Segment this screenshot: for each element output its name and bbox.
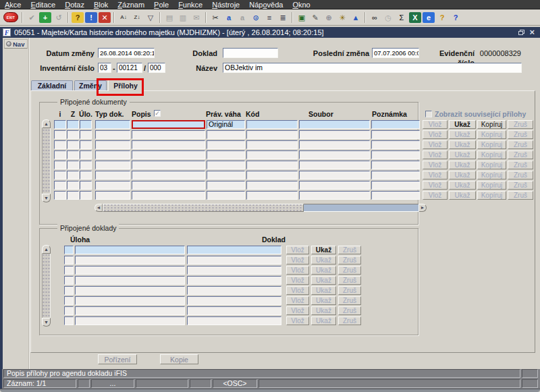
t2-row-vloz-button[interactable]: Vlož	[286, 246, 309, 254]
t2-row-ukaz-button[interactable]: Ukaž	[311, 246, 336, 254]
t1-cell[interactable]	[246, 130, 298, 139]
t1-cell[interactable]	[299, 120, 370, 129]
t1-cell[interactable]	[299, 191, 370, 200]
sort-desc-icon[interactable]: Z↓	[131, 12, 143, 23]
t2-row-zrus-button[interactable]: Zruš	[338, 256, 361, 264]
t2-cell[interactable]	[75, 316, 185, 325]
t1-cell[interactable]	[132, 171, 205, 179]
t1-cell[interactable]	[371, 130, 420, 139]
posledni-zmena-input[interactable]: 07.07.2006 00:00	[372, 48, 419, 58]
t1-cell[interactable]	[207, 150, 245, 159]
menu-nastroje[interactable]: Nástroje	[207, 0, 244, 9]
tab-zakladni[interactable]: Základní	[31, 80, 73, 90]
enter-query-icon[interactable]: ?	[72, 12, 84, 23]
t1-row-kopiruj-button[interactable]: Kopíruj	[477, 130, 506, 139]
t2-row-ukaz-button[interactable]: Ukaž	[311, 296, 336, 305]
t2-cell[interactable]	[187, 256, 281, 264]
t1-cell[interactable]	[371, 181, 420, 190]
t1-cell[interactable]	[67, 171, 79, 179]
t1-cell[interactable]	[246, 191, 298, 200]
alert-icon[interactable]: ▲	[350, 12, 362, 23]
t2-cell[interactable]	[64, 256, 74, 264]
documents-hscrollbar[interactable]: ◄ ►	[94, 204, 427, 212]
t1-cell[interactable]	[246, 171, 298, 179]
porizeni-button[interactable]: Pořízení	[98, 354, 137, 364]
undo-icon[interactable]: ↺	[53, 12, 65, 23]
t1-cell[interactable]	[371, 171, 420, 179]
tab-prilohy[interactable]: Přílohy	[108, 80, 143, 91]
t1-row-kopiruj-button[interactable]: Kopíruj	[477, 171, 506, 179]
t1-cell[interactable]	[132, 140, 205, 149]
copy-icon[interactable]: a	[223, 12, 235, 23]
t1-row-zrus-button[interactable]: Zruš	[508, 140, 533, 149]
t1-cell[interactable]	[54, 161, 66, 169]
menu-funkce[interactable]: Funkce	[173, 0, 207, 9]
t1-row-kopiruj-button[interactable]: Kopíruj	[477, 140, 506, 149]
t1-row-vloz-button[interactable]: Vlož	[423, 150, 448, 159]
scroll-up-arrow[interactable]: ▲	[42, 119, 51, 128]
t2-cell[interactable]	[64, 246, 74, 254]
t1-cell[interactable]	[132, 130, 205, 139]
t2-row-vloz-button[interactable]: Vlož	[286, 276, 309, 285]
t2-cell[interactable]	[187, 296, 281, 305]
t1-row-ukaz-button[interactable]: Ukaž	[449, 191, 476, 200]
t1-row-vloz-button[interactable]: Vlož	[423, 191, 448, 200]
t1-cell[interactable]	[95, 130, 130, 139]
mail-icon[interactable]: ✉	[190, 12, 202, 23]
t1-cell[interactable]: Originál	[207, 120, 245, 129]
t1-cell[interactable]	[299, 130, 370, 139]
t1-cell[interactable]	[371, 140, 420, 149]
datum-zmeny-input[interactable]: 26.08.2014 08:20:16	[98, 48, 155, 58]
t1-row-ukaz-button[interactable]: Ukaž	[449, 130, 476, 139]
t2-cell[interactable]	[75, 266, 185, 275]
t1-cell[interactable]	[207, 161, 245, 169]
t2-cell[interactable]	[64, 296, 74, 305]
t1-row-vloz-button[interactable]: Vlož	[423, 171, 448, 179]
cancel-query-icon[interactable]: ✕	[99, 12, 111, 23]
t1-cell[interactable]	[371, 150, 420, 159]
t1-row-kopiruj-button[interactable]: Kopíruj	[477, 150, 506, 159]
scroll-down-arrow[interactable]: ▼	[42, 194, 51, 202]
t2-cell[interactable]	[187, 266, 281, 275]
t1-cell[interactable]	[299, 171, 370, 179]
t1-cell[interactable]	[95, 191, 130, 200]
t1-row-ukaz-button[interactable]: Ukaž	[449, 150, 476, 159]
t1-cell[interactable]	[207, 181, 245, 190]
t1-cell[interactable]	[207, 191, 245, 200]
help-icon[interactable]: ?	[450, 12, 462, 23]
menu-napoveda[interactable]: Nápověda	[244, 0, 288, 9]
t1-cell[interactable]	[371, 120, 420, 129]
t1-cell[interactable]	[95, 181, 130, 190]
scroll-down-arrow[interactable]: ▼	[42, 318, 51, 327]
t1-row-zrus-button[interactable]: Zruš	[508, 191, 533, 200]
t1-cell[interactable]	[54, 140, 66, 149]
t1-cell[interactable]	[95, 120, 130, 129]
t1-cell[interactable]	[80, 130, 92, 139]
new-record-icon[interactable]: +	[39, 12, 51, 23]
t2-row-zrus-button[interactable]: Zruš	[338, 296, 361, 305]
scroll-right-arrow[interactable]: ►	[418, 204, 427, 212]
t2-row-vloz-button[interactable]: Vlož	[286, 296, 309, 305]
t2-cell[interactable]	[75, 306, 185, 315]
t2-row-ukaz-button[interactable]: Ukaž	[311, 276, 336, 285]
t1-cell[interactable]	[299, 140, 370, 149]
t1-cell[interactable]	[371, 191, 420, 200]
scroll-track[interactable]	[42, 128, 51, 194]
t1-cell[interactable]	[95, 161, 130, 169]
t2-row-ukaz-button[interactable]: Ukaž	[311, 316, 336, 325]
t1-row-zrus-button[interactable]: Zruš	[508, 181, 533, 190]
t1-row-ukaz-button[interactable]: Ukaž	[449, 120, 476, 129]
t1-row-vloz-button[interactable]: Vlož	[423, 120, 448, 129]
t2-row-zrus-button[interactable]: Zruš	[338, 306, 361, 315]
t2-cell[interactable]	[187, 276, 281, 285]
t1-cell[interactable]	[67, 150, 79, 159]
inventarni-part3-input[interactable]: 000	[148, 63, 165, 73]
documents-vscrollbar[interactable]: ▲ ▼	[42, 119, 51, 202]
paste-icon[interactable]: a	[236, 12, 248, 23]
t1-cell[interactable]	[207, 130, 245, 139]
t1-row-ukaz-button[interactable]: Ukaž	[449, 161, 476, 169]
scroll-thumb[interactable]	[103, 204, 304, 212]
save-icon[interactable]: ✔	[26, 12, 38, 23]
t1-cell[interactable]	[80, 120, 92, 129]
t1-row-kopiruj-button[interactable]: Kopíruj	[477, 181, 506, 190]
